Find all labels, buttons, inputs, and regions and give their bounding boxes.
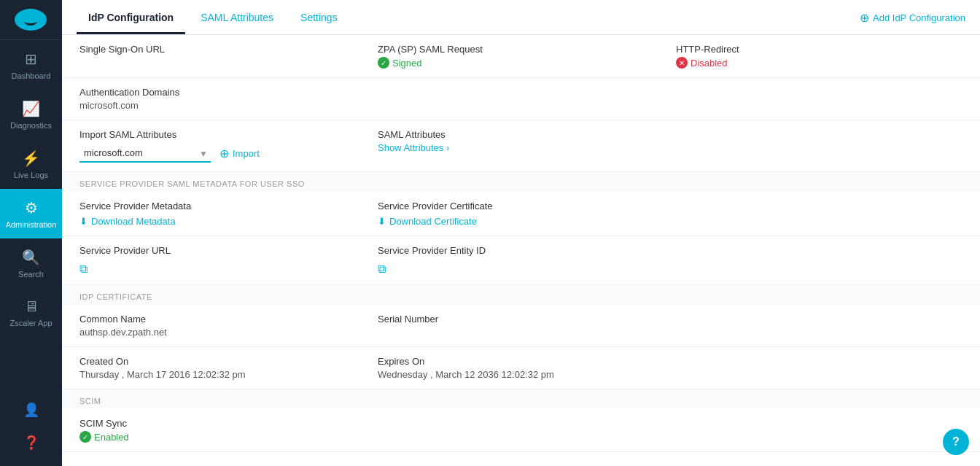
zscaler-app-icon: 🖥 (24, 298, 39, 315)
import-saml-field: Import SAML Attributes microsoft.com ▼ ⊕… (79, 129, 366, 163)
sidebar-item-label: Dashboard (12, 71, 51, 80)
search-icon: 🔍 (22, 249, 40, 266)
sp-metadata-field: Service Provider Metadata ⬇ Download Met… (79, 201, 366, 227)
expires-on-label: Expires On (378, 356, 664, 367)
download-cert-icon: ⬇ (378, 216, 386, 227)
scim-sync-label: SCIM Sync (79, 418, 366, 429)
import-saml-label: Import SAML Attributes (79, 129, 366, 140)
saml-attributes-field: SAML Attributes Show Attributes › (378, 129, 664, 153)
auth-domains-field: Authentication Domains microsoft.com (79, 87, 366, 111)
scim-endpoint-field: SCIM Service Provider Endpoint (79, 461, 366, 466)
sp-url-row: Service Provider URL ⧉ Service Provider … (62, 236, 980, 285)
content-area: Single Sign-On URL ZPA (SP) SAML Request… (62, 35, 980, 466)
download-certificate-link[interactable]: ⬇ Download Certificate (378, 216, 664, 227)
plus-icon: ⊕ (860, 10, 869, 24)
created-on-label: Created On (79, 356, 366, 367)
sp-metadata-section-header: SERVICE PROVIDER SAML METADATA FOR USER … (62, 172, 980, 192)
sso-field: Single Sign-On URL (79, 44, 366, 57)
sidebar-item-livelogs[interactable]: ⚡ Live Logs (0, 139, 62, 189)
zpa-status: Signed (378, 57, 664, 69)
sidebar: ⊞ Dashboard 📈 Diagnostics ⚡ Live Logs ⚙ … (0, 0, 62, 466)
download-metadata-icon: ⬇ (79, 216, 88, 227)
sidebar-item-zscaler-app[interactable]: 🖥 Zscaler App (0, 288, 62, 338)
scim-sync-status: Enabled (79, 431, 366, 443)
zpa-label: ZPA (SP) SAML Request (378, 44, 664, 55)
sidebar-item-search[interactable]: 🔍 Search (0, 238, 62, 288)
import-dropdown-wrapper: microsoft.com ▼ (79, 144, 211, 163)
created-on-value: Thursday , March 17 2016 12:02:32 pm (79, 369, 366, 380)
scim-sync-row: SCIM Sync Enabled (62, 409, 980, 452)
main-content: IdP Configuration SAML Attributes Settin… (62, 0, 980, 466)
idp-cert-section-header: IdP CERTIFICATE (62, 285, 980, 305)
sidebar-item-label: Diagnostics (10, 121, 52, 130)
common-name-value: authsp.dev.zpath.net (79, 327, 366, 338)
diagnostics-icon: 📈 (22, 100, 40, 117)
expires-on-value: Wednesday , March 12 2036 12:02:32 pm (378, 369, 664, 380)
tab-idp-configuration[interactable]: IdP Configuration (77, 3, 185, 34)
sidebar-user-icon[interactable]: 👤 (0, 393, 62, 426)
livelogs-icon: ⚡ (22, 149, 40, 167)
copy-entity-id-icon[interactable]: ⧉ (378, 263, 386, 276)
sp-certificate-field: Service Provider Certificate ⬇ Download … (378, 201, 664, 227)
sidebar-bottom: 👤 ❓ (0, 393, 62, 466)
administration-icon: ⚙ (25, 199, 38, 217)
sidebar-logo (0, 0, 62, 40)
http-redirect-field: HTTP-Redirect Disabled (676, 44, 962, 69)
auth-domains-value: microsoft.com (79, 100, 366, 111)
scim-section-header: SCIM (62, 389, 980, 409)
import-circle-icon: ⊕ (219, 147, 229, 160)
show-attributes-link[interactable]: Show Attributes › (378, 142, 664, 153)
created-on-field: Created On Thursday , March 17 2016 12:0… (79, 356, 366, 380)
download-metadata-link[interactable]: ⬇ Download Metadata (79, 216, 366, 227)
auth-domains-row: Authentication Domains microsoft.com (62, 78, 980, 120)
sp-certificate-label: Service Provider Certificate (378, 201, 664, 211)
sp-metadata-row: Service Provider Metadata ⬇ Download Met… (62, 192, 980, 236)
sso-row: Single Sign-On URL ZPA (SP) SAML Request… (62, 35, 980, 78)
scim-sync-field: SCIM Sync Enabled (79, 418, 366, 443)
sidebar-item-diagnostics[interactable]: 📈 Diagnostics (0, 90, 62, 139)
import-button[interactable]: ⊕ Import (219, 147, 260, 160)
tab-saml-attributes[interactable]: SAML Attributes (189, 3, 285, 34)
import-saml-row: Import SAML Attributes microsoft.com ▼ ⊕… (62, 120, 980, 172)
sidebar-item-dashboard[interactable]: ⊞ Dashboard (0, 40, 62, 90)
common-name-label: Common Name (79, 314, 366, 325)
dates-row: Created On Thursday , March 17 2016 12:0… (62, 347, 980, 389)
svg-point-2 (20, 12, 41, 23)
help-question-icon: ? (952, 435, 960, 448)
tab-settings[interactable]: Settings (289, 3, 349, 34)
sp-metadata-label: Service Provider Metadata (79, 201, 366, 211)
import-saml-dropdown[interactable]: microsoft.com (79, 144, 211, 163)
sp-url-label: Service Provider URL (79, 245, 366, 256)
sidebar-help-icon[interactable]: ❓ (0, 426, 62, 459)
help-button[interactable]: ? (943, 429, 969, 455)
serial-number-field: Serial Number (378, 314, 664, 327)
top-nav: IdP Configuration SAML Attributes Settin… (62, 0, 980, 35)
serial-number-label: Serial Number (378, 314, 664, 325)
zpa-saml-field: ZPA (SP) SAML Request Signed (378, 44, 664, 69)
http-redirect-status: Disabled (676, 57, 962, 69)
sp-url-field: Service Provider URL ⧉ (79, 245, 366, 276)
sidebar-item-administration[interactable]: ⚙ Administration (0, 189, 62, 238)
sidebar-item-label: Live Logs (14, 171, 48, 179)
copy-url-icon[interactable]: ⧉ (79, 263, 88, 276)
sso-label: Single Sign-On URL (79, 44, 366, 55)
sidebar-item-label: Search (18, 270, 44, 279)
dashboard-icon: ⊞ (25, 50, 37, 68)
sidebar-item-label: Zscaler App (9, 319, 52, 327)
expires-on-field: Expires On Wednesday , March 12 2036 12:… (378, 356, 664, 380)
user-icon: 👤 (23, 402, 39, 418)
sidebar-item-label: Administration (6, 220, 57, 229)
sp-entity-id-field: Service Provider Entity ID ⧉ (378, 245, 664, 276)
auth-domains-label: Authentication Domains (79, 87, 366, 98)
saml-attributes-label: SAML Attributes (378, 129, 664, 140)
common-name-row: Common Name authsp.dev.zpath.net Serial … (62, 305, 980, 347)
scim-endpoint-row: SCIM Service Provider Endpoint (62, 452, 980, 466)
add-idp-config-button[interactable]: ⊕ Add IdP Configuration (860, 10, 965, 24)
sp-entity-id-label: Service Provider Entity ID (378, 245, 664, 256)
common-name-field: Common Name authsp.dev.zpath.net (79, 314, 366, 338)
help-icon: ❓ (23, 435, 39, 451)
http-redirect-label: HTTP-Redirect (676, 44, 962, 55)
